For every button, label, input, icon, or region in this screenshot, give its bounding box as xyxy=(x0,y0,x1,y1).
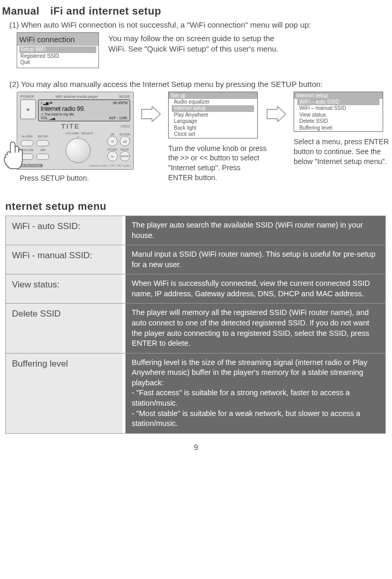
internet-setup-table: WiFi - auto SSID: The player auto search… xyxy=(5,216,386,434)
setup-menu-item: Play Anywhere xyxy=(169,112,257,119)
table-label: Delete SSID xyxy=(6,304,125,353)
setup-button xyxy=(36,140,49,146)
table-label: View status: xyxy=(6,274,125,303)
setup-menu-item: Language xyxy=(169,118,257,125)
device-illustration: POWER WiFi internet media player MODE ▦ … xyxy=(17,92,134,182)
press-setup-caption: Press SETUP button. xyxy=(20,174,134,182)
internet-menu-caption: Select a menu, press ENTER button to con… xyxy=(294,137,392,167)
device-brand: TITE xyxy=(20,122,121,130)
play-anywhere-icon: ▦ xyxy=(20,99,36,119)
table-desc: Buffering level is the size of the strea… xyxy=(125,354,385,433)
internet-menu-item: Delete SSID xyxy=(294,118,383,125)
arrow-icon xyxy=(138,92,164,122)
page-number: 9 xyxy=(194,443,198,451)
setup-menu-caption: Turn the volume knob or press the >> or … xyxy=(168,144,267,183)
table-label: WiFi - manual SSID: xyxy=(6,245,125,274)
setup-menu-item: Clock set xyxy=(169,131,257,138)
setup-menu-item-highlighted: Internet setup xyxy=(172,105,254,112)
table-desc: Manul input a SSID (WiFi router name). T… xyxy=(125,245,385,274)
power-label: POWER xyxy=(20,95,34,98)
table-desc: When WiFi is successfully connected, vie… xyxy=(125,274,385,303)
back-button: AM/FM xyxy=(120,151,130,161)
internet-menu-item: WiFi – manual SSID xyxy=(294,105,383,112)
wifi-conn-item-setup: Setup WiFi xyxy=(19,46,96,53)
internet-menu-header: Internet setup xyxy=(294,92,383,99)
section-title: nternet setup menu xyxy=(5,200,387,212)
setup-menu-item: Audio equalizer xyxy=(169,99,257,106)
internet-setup-menu: Internet setup WiFi – auto SSID WiFi – m… xyxy=(294,92,383,132)
internet-menu-item: Buffering level xyxy=(294,125,383,132)
enter-button: ▸ǁ xyxy=(120,136,130,146)
table-row: WiFi - manual SSID: Manul input a SSID (… xyxy=(6,245,385,274)
step1-text: (1) When auto WiFi connection is not suc… xyxy=(9,20,387,29)
page-title: Manual iFi and internet setup xyxy=(2,5,387,17)
internet-menu-item-highlighted: WiFi – auto SSID xyxy=(297,99,380,106)
guide-text: You may follow the on screen guide to se… xyxy=(108,33,279,55)
up-button: ≪ xyxy=(107,136,118,146)
wifi-conn-item-registered: Registered SSID xyxy=(20,53,59,59)
volume-knob xyxy=(66,138,91,163)
table-desc: The player will memory all the registere… xyxy=(125,304,385,353)
device-screen: ♪ ▂▅ ⇄ 06:45PM Internet radio 99. ♫ The … xyxy=(38,99,130,121)
step2-text: (2) You may also manually access the Int… xyxy=(9,80,387,89)
mr-button xyxy=(36,154,49,160)
setup-menu-header: Set up xyxy=(169,92,257,99)
pointing-hand-icon xyxy=(3,141,26,170)
table-desc: The player auto search the available SSI… xyxy=(125,216,385,245)
wifi-conn-item-quit: Quit xyxy=(20,59,30,65)
setup-menu: Set up Audio equalizer Internet setup Pl… xyxy=(168,92,258,139)
header-label: WiFi internet media player xyxy=(56,95,98,98)
setup-menu-item: Back light xyxy=(169,125,257,132)
table-row: Delete SSID The player will memory all t… xyxy=(6,303,385,353)
internet-menu-item: View status xyxy=(294,112,383,119)
arrow-icon xyxy=(263,92,289,122)
wifi-connection-menu: WiFi connection Setup WiFi Registered SS… xyxy=(17,32,99,68)
table-row: Buffering level Buffering level is the s… xyxy=(6,353,385,433)
mode-label: MODE xyxy=(119,95,130,98)
table-label: WiFi - auto SSID: xyxy=(6,216,125,245)
device-model: DR22 xyxy=(121,124,130,128)
table-row: View status: When WiFi is successfully c… xyxy=(6,274,385,303)
table-row: WiFi - auto SSID: The player auto search… xyxy=(6,216,385,245)
table-label: Buffering level xyxy=(6,354,125,433)
down-button: ≫ xyxy=(107,151,118,161)
wifi-connection-title: WiFi connection xyxy=(17,33,98,46)
